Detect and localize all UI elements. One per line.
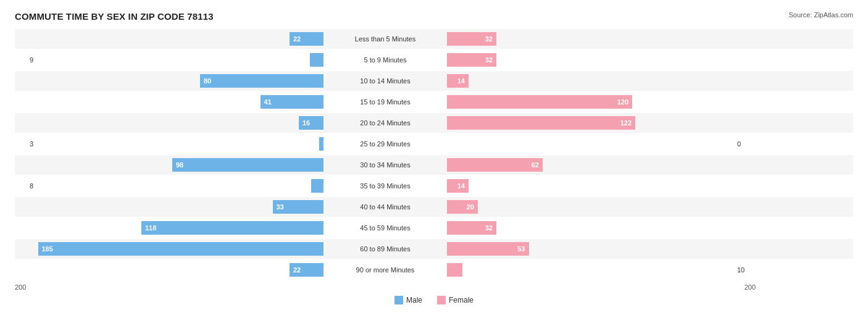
left-section: 185 [15,239,323,259]
male-bar: 16 [299,116,323,130]
left-section: 98 [15,155,323,175]
chart-area: 22Less than 5 Minutes3295 to 9 Minutes32… [15,29,853,280]
female-bar-wrap: 53 [447,242,735,256]
female-value: 10 [737,266,756,274]
legend-female: Female [437,296,474,304]
female-bar: 32 [447,32,496,46]
female-bar: 62 [447,158,543,172]
category-label: 45 to 59 Minutes [323,224,447,232]
male-bar [311,179,323,193]
female-bar: 122 [447,116,635,130]
female-bar-wrap: 32 [447,53,735,67]
category-label: 25 to 29 Minutes [323,140,447,148]
right-section: 20 [447,197,756,217]
table-row: 2290 or more Minutes10 [15,260,853,280]
right-section: 0 [447,134,756,154]
category-label: 15 to 19 Minutes [323,98,447,106]
left-section: 118 [15,218,323,238]
male-bar-wrap: 22 [36,32,323,46]
table-row: 18560 to 89 Minutes53 [15,239,853,259]
male-bar: 22 [290,32,323,46]
category-label: 35 to 39 Minutes [323,182,447,190]
female-bar: 120 [447,95,632,109]
left-section: 22 [15,260,323,280]
female-bar-wrap: 122 [447,116,735,130]
female-bar: 32 [447,53,496,67]
table-row: 9830 to 34 Minutes62 [15,155,853,175]
legend-row: Male Female [15,296,853,304]
left-section: 9 [15,50,323,70]
male-bar-wrap: 22 [36,263,323,277]
table-row: 3340 to 44 Minutes20 [15,197,853,217]
female-bar: 14 [447,179,469,193]
male-bar-wrap: 80 [36,74,323,88]
female-value: 0 [737,140,756,148]
legend-male-label: Male [406,296,422,304]
right-section: 32 [447,50,756,70]
male-bar: 22 [290,263,323,277]
category-label: Less than 5 Minutes [323,35,447,43]
female-bar: 32 [447,221,496,235]
legend-female-box [437,296,446,304]
male-bar-wrap [36,179,323,193]
male-bar-wrap: 33 [36,200,323,214]
right-section: 122 [447,113,756,133]
category-label: 20 to 24 Minutes [323,119,447,127]
male-bar: 80 [200,74,323,88]
male-value: 3 [15,140,33,148]
female-bar-wrap: 20 [447,200,735,214]
male-bar [319,137,324,151]
table-row: 325 to 29 Minutes0 [15,134,853,154]
female-bar-wrap [447,137,735,151]
table-row: 4115 to 19 Minutes120 [15,92,853,112]
right-section: 32 [447,218,756,238]
female-bar: 53 [447,242,529,256]
category-label: 40 to 44 Minutes [323,203,447,211]
male-bar: 98 [172,158,323,172]
female-bar-wrap: 32 [447,221,735,235]
category-label: 10 to 14 Minutes [323,77,447,85]
left-section: 22 [15,29,323,49]
female-bar-wrap [447,263,735,277]
left-section: 80 [15,71,323,91]
table-row: 11845 to 59 Minutes32 [15,218,853,238]
female-bar-wrap: 62 [447,158,735,172]
legend-female-label: Female [449,296,474,304]
table-row: 1620 to 24 Minutes122 [15,113,853,133]
left-section: 3 [15,134,323,154]
male-bar: 33 [273,200,324,214]
table-row: 22Less than 5 Minutes32 [15,29,853,49]
male-bar-wrap: 118 [36,221,323,235]
left-section: 16 [15,113,323,133]
right-section: 14 [447,71,756,91]
category-label: 90 or more Minutes [323,266,447,274]
right-section: 10 [447,260,756,280]
axis-row: 200 200 [15,283,853,291]
right-section: 62 [447,155,756,175]
male-value: 9 [15,56,33,64]
category-label: 60 to 89 Minutes [323,245,447,253]
male-bar-wrap: 98 [36,158,323,172]
left-section: 41 [15,92,323,112]
female-bar: 14 [447,74,469,88]
male-bar-wrap: 185 [36,242,323,256]
legend-male: Male [394,296,422,304]
male-bar: 185 [38,242,324,256]
female-bar-wrap: 14 [447,179,735,193]
male-bar [310,53,324,67]
right-section: 120 [447,92,756,112]
left-section: 33 [15,197,323,217]
axis-left-val: 200 [15,283,26,291]
chart-title: COMMUTE TIME BY SEX IN ZIP CODE 78113 [15,11,214,22]
female-bar-wrap: 32 [447,32,735,46]
male-bar: 118 [141,221,323,235]
female-bar: 20 [447,200,478,214]
legend-male-box [394,296,403,304]
male-bar-wrap: 41 [36,95,323,109]
category-label: 30 to 34 Minutes [323,161,447,169]
table-row: 95 to 9 Minutes32 [15,50,853,70]
table-row: 835 to 39 Minutes14 [15,176,853,196]
male-bar-wrap [36,53,323,67]
male-bar: 41 [261,95,324,109]
table-row: 8010 to 14 Minutes14 [15,71,853,91]
